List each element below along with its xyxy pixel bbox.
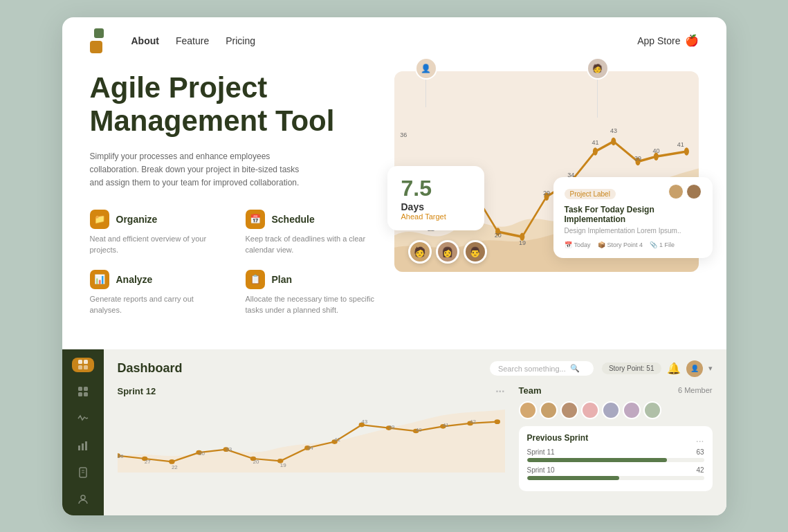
schedule-icon: 📅 (246, 210, 265, 229)
feature-schedule: 📅 Schedule Keep track of deadlines with … (246, 210, 381, 256)
svg-point-41 (467, 421, 473, 425)
analyze-desc: Generate reports and carry out analyses. (90, 293, 225, 316)
nav-appstore[interactable]: App Store 🍎 (637, 34, 698, 47)
task-label-badge: Project Label (565, 189, 616, 199)
dropdown-chevron[interactable]: ▾ (708, 364, 713, 373)
dash-body: Sprint 12 ··· (118, 385, 713, 491)
sprint-bar-11: Sprint 11 63 (527, 448, 704, 462)
team-count: 6 Member (678, 386, 713, 394)
team-avatars (519, 401, 713, 419)
feature-plan: 📋 Plan Allocate the necessary time to sp… (246, 270, 381, 316)
user-avatar-nav[interactable]: 👤 (686, 360, 703, 377)
task-title: Task For Today Design Implementation (565, 205, 702, 224)
hero-chart: 👤 🧑 (394, 57, 699, 272)
svg-rect-21 (78, 446, 80, 450)
avatar-4: 👩 (436, 240, 459, 264)
sidebar-docs[interactable] (72, 466, 94, 480)
svg-point-31 (196, 450, 201, 455)
sprint-11-fill (527, 458, 667, 462)
svg-rect-23 (85, 441, 87, 450)
prev-sprint-title: Previous Sprint (527, 433, 589, 443)
svg-rect-13 (78, 360, 82, 364)
svg-point-10 (635, 157, 640, 165)
search-placeholder: Search something... (498, 365, 566, 373)
task-avatar-2 (686, 184, 702, 199)
hero-title: Agile Project Management Tool (90, 71, 381, 138)
appstore-label: App Store (637, 35, 680, 46)
notification-icon[interactable]: 🔔 (667, 362, 681, 375)
hero-description: Simplify your processes and enhance empl… (90, 150, 311, 190)
apple-icon: 🍎 (685, 34, 699, 47)
svg-rect-14 (84, 360, 88, 364)
stats-number: 7.5 (401, 176, 470, 201)
pin-line-2 (597, 80, 598, 118)
svg-point-32 (223, 447, 228, 452)
stats-label: Days (401, 201, 470, 212)
svg-point-34 (277, 459, 283, 464)
main-card: About Feature Pricing App Store 🍎 Agile … (62, 17, 726, 515)
svg-point-33 (250, 456, 255, 461)
sidebar-chart[interactable] (72, 439, 94, 453)
nav-feature[interactable]: Feature (176, 35, 209, 46)
svg-point-4 (495, 228, 500, 236)
team-av-7 (643, 401, 661, 419)
team-section: Team 6 Member (519, 385, 713, 491)
prev-sprint-more[interactable]: ··· (696, 435, 704, 446)
stats-sublabel: Ahead Target (401, 212, 470, 221)
svg-rect-22 (82, 443, 84, 450)
feature-organize: 📁 Organize Neat and efficient overview o… (90, 210, 225, 256)
sidebar-home[interactable] (72, 358, 94, 372)
plan-title: Plan (272, 274, 293, 285)
feature-analyze: 📊 Analyze Generate reports and carry out… (90, 270, 225, 316)
analyze-title: Analyze (116, 274, 153, 285)
team-av-4 (581, 401, 599, 419)
prev-sprint-card: Previous Sprint ··· Sprint 11 63 (519, 426, 713, 491)
sprint-10-label: Sprint 10 (527, 466, 555, 474)
mini-chart-svg (118, 403, 505, 473)
calendar-icon: 📅 (565, 241, 572, 248)
svg-rect-18 (84, 387, 88, 391)
organize-desc: Neat and efficient overview of your proj… (90, 233, 225, 256)
nav-links: About Feature Pricing (131, 35, 638, 46)
svg-point-39 (413, 428, 419, 433)
sprint-more[interactable]: ··· (495, 385, 504, 398)
hero-left: Agile Project Management Tool Simplify y… (90, 64, 381, 316)
sprint-11-label: Sprint 11 (527, 448, 555, 456)
avatar-pin-left: 👤 (415, 57, 437, 107)
avatar-pin-right: 🧑 (587, 57, 609, 118)
search-bar[interactable]: Search something... 🔍 (490, 361, 594, 376)
svg-rect-15 (78, 365, 82, 369)
team-av-2 (540, 401, 558, 419)
svg-point-27 (81, 495, 85, 499)
task-card: Project Label Task For Today Design Impl… (553, 177, 713, 258)
nav-pricing[interactable]: Pricing (226, 35, 255, 46)
schedule-desc: Keep track of deadlines with a clear cal… (246, 233, 381, 256)
sidebar-activity[interactable] (72, 412, 94, 426)
svg-point-40 (440, 424, 446, 429)
sprint-10-fill (527, 476, 619, 480)
dash-header: Dashboard Search something... 🔍 Story Po… (118, 360, 713, 377)
svg-rect-17 (78, 387, 82, 391)
features-grid: 📁 Organize Neat and efficient overview o… (90, 210, 381, 316)
task-meta-story: 📦 Story Point 4 (598, 241, 643, 248)
svg-point-30 (169, 459, 174, 464)
organize-icon: 📁 (90, 210, 109, 229)
task-avatar-1 (668, 184, 684, 199)
sidebar-grid[interactable] (72, 385, 94, 399)
task-meta: 📅 Today 📦 Story Point 4 📎 1 File (565, 241, 702, 248)
team-header: Team 6 Member (519, 385, 713, 396)
hero-section: Agile Project Management Tool Simplify y… (62, 64, 726, 316)
logo (90, 31, 109, 51)
analyze-icon: 📊 (90, 270, 109, 289)
floating-avatars: 🧑 👩 👨 (408, 240, 487, 264)
team-av-1 (519, 401, 537, 419)
nav-about[interactable]: About (131, 35, 159, 46)
dashboard-content: Dashboard Search something... 🔍 Story Po… (104, 349, 726, 515)
search-icon: 🔍 (570, 364, 580, 373)
sprint-11-track (527, 458, 704, 462)
dashboard-section: Dashboard Search something... 🔍 Story Po… (62, 349, 726, 515)
sidebar-user[interactable] (72, 493, 94, 507)
task-meta-date: 📅 Today (565, 241, 591, 248)
stats-card: 7.5 Days Ahead Target (387, 166, 484, 230)
svg-point-36 (331, 439, 337, 444)
